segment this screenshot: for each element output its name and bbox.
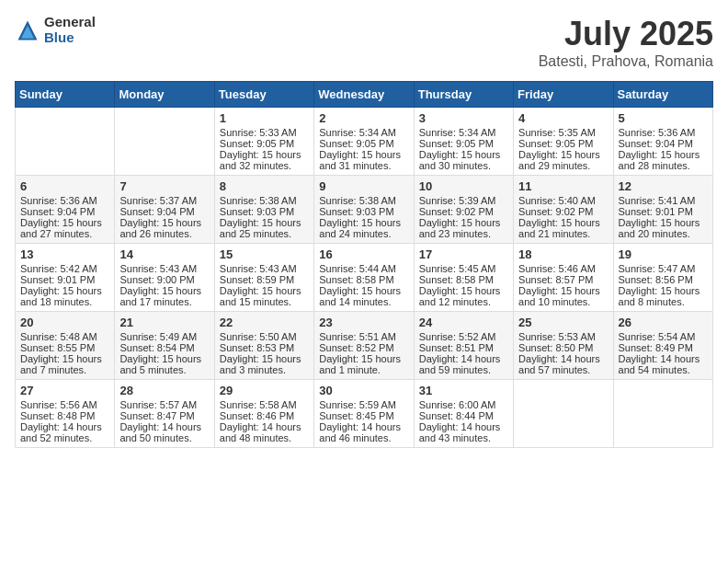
sunset-text: Sunset: 9:05 PM: [220, 138, 294, 149]
sunrise-text: Sunrise: 5:43 AM: [119, 263, 197, 274]
sunrise-text: Sunrise: 5:38 AM: [220, 195, 297, 206]
daylight-text: Daylight: 15 hours and 1 minute.: [319, 353, 401, 375]
sunrise-text: Sunrise: 5:33 AM: [220, 127, 297, 138]
day-number: 19: [619, 247, 708, 261]
daylight-text: Daylight: 15 hours and 32 minutes.: [220, 149, 301, 171]
table-row: 21 Sunrise: 5:49 AM Sunset: 8:54 PM Dayl…: [115, 312, 214, 380]
day-number: 24: [419, 316, 508, 329]
table-row: 30 Sunrise: 5:59 AM Sunset: 8:45 PM Dayl…: [314, 380, 414, 448]
sunrise-text: Sunrise: 5:40 AM: [518, 195, 596, 206]
daylight-text: Daylight: 15 hours and 31 minutes.: [319, 149, 401, 171]
table-row: 18 Sunrise: 5:46 AM Sunset: 8:57 PM Dayl…: [514, 244, 613, 312]
sunrise-text: Sunrise: 6:00 AM: [419, 399, 496, 410]
daylight-text: Daylight: 15 hours and 14 minutes.: [319, 285, 401, 307]
table-row: 13 Sunrise: 5:42 AM Sunset: 9:01 PM Dayl…: [16, 244, 115, 312]
day-number: 25: [518, 316, 608, 329]
day-number: 13: [20, 247, 109, 261]
day-number: 10: [419, 179, 508, 193]
table-row: 3 Sunrise: 5:34 AM Sunset: 9:05 PM Dayli…: [414, 108, 513, 176]
daylight-text: Daylight: 15 hours and 28 minutes.: [619, 149, 700, 171]
daylight-text: Daylight: 15 hours and 23 minutes.: [419, 217, 501, 239]
day-number: 7: [119, 179, 209, 193]
day-number: 14: [119, 247, 209, 261]
sunrise-text: Sunrise: 5:34 AM: [319, 127, 396, 138]
sunrise-text: Sunrise: 5:34 AM: [419, 127, 496, 138]
header-wednesday: Wednesday: [314, 82, 414, 108]
table-row: 6 Sunrise: 5:36 AM Sunset: 9:04 PM Dayli…: [16, 176, 115, 244]
day-number: 5: [619, 111, 708, 125]
daylight-text: Daylight: 14 hours and 50 minutes.: [119, 421, 201, 443]
table-row: 26 Sunrise: 5:54 AM Sunset: 8:49 PM Dayl…: [613, 312, 712, 380]
sunset-text: Sunset: 8:53 PM: [220, 342, 294, 353]
sunset-text: Sunset: 8:49 PM: [619, 342, 693, 353]
table-row: [613, 380, 712, 448]
sunset-text: Sunset: 9:04 PM: [619, 138, 693, 149]
day-number: 28: [119, 384, 209, 397]
sunset-text: Sunset: 9:02 PM: [518, 206, 593, 217]
header-sunday: Sunday: [16, 82, 115, 108]
daylight-text: Daylight: 15 hours and 15 minutes.: [220, 285, 301, 307]
day-number: 6: [20, 179, 109, 193]
table-row: 29 Sunrise: 5:58 AM Sunset: 8:46 PM Dayl…: [214, 380, 313, 448]
table-row: 31 Sunrise: 6:00 AM Sunset: 8:44 PM Dayl…: [414, 380, 513, 448]
table-row: 1 Sunrise: 5:33 AM Sunset: 9:05 PM Dayli…: [214, 108, 313, 176]
header-monday: Monday: [115, 82, 214, 108]
day-number: 12: [619, 179, 708, 193]
table-row: 4 Sunrise: 5:35 AM Sunset: 9:05 PM Dayli…: [514, 108, 613, 176]
sunset-text: Sunset: 9:03 PM: [319, 206, 393, 217]
daylight-text: Daylight: 14 hours and 43 minutes.: [419, 421, 501, 443]
day-number: 31: [419, 384, 508, 397]
sunrise-text: Sunrise: 5:52 AM: [419, 331, 496, 342]
daylight-text: Daylight: 14 hours and 54 minutes.: [619, 353, 700, 375]
daylight-text: Daylight: 15 hours and 20 minutes.: [619, 217, 700, 239]
sunset-text: Sunset: 8:58 PM: [419, 274, 494, 285]
sunset-text: Sunset: 8:47 PM: [119, 410, 194, 421]
sunrise-text: Sunrise: 5:36 AM: [20, 195, 97, 206]
sunrise-text: Sunrise: 5:47 AM: [619, 263, 696, 274]
table-row: 16 Sunrise: 5:44 AM Sunset: 8:58 PM Dayl…: [314, 244, 414, 312]
daylight-text: Daylight: 15 hours and 29 minutes.: [518, 149, 600, 171]
sunrise-text: Sunrise: 5:50 AM: [220, 331, 297, 342]
logo-text: General Blue: [44, 15, 96, 45]
table-row: [514, 380, 613, 448]
table-row: 27 Sunrise: 5:56 AM Sunset: 8:48 PM Dayl…: [16, 380, 115, 448]
day-number: 9: [319, 179, 408, 193]
table-row: 10 Sunrise: 5:39 AM Sunset: 9:02 PM Dayl…: [414, 176, 513, 244]
table-row: 25 Sunrise: 5:53 AM Sunset: 8:50 PM Dayl…: [514, 312, 613, 380]
sunset-text: Sunset: 9:03 PM: [220, 206, 294, 217]
table-row: 11 Sunrise: 5:40 AM Sunset: 9:02 PM Dayl…: [514, 176, 613, 244]
sunset-text: Sunset: 8:56 PM: [619, 274, 693, 285]
table-row: 17 Sunrise: 5:45 AM Sunset: 8:58 PM Dayl…: [414, 244, 513, 312]
calendar-week-row: 20 Sunrise: 5:48 AM Sunset: 8:55 PM Dayl…: [16, 312, 713, 380]
daylight-text: Daylight: 15 hours and 24 minutes.: [319, 217, 401, 239]
day-number: 21: [119, 316, 209, 329]
day-number: 18: [518, 247, 608, 261]
calendar-table: Sunday Monday Tuesday Wednesday Thursday…: [15, 81, 713, 448]
sunrise-text: Sunrise: 5:49 AM: [119, 331, 197, 342]
calendar-week-row: 1 Sunrise: 5:33 AM Sunset: 9:05 PM Dayli…: [16, 108, 713, 176]
table-row: [115, 108, 214, 176]
day-number: 29: [220, 384, 309, 397]
daylight-text: Daylight: 15 hours and 26 minutes.: [119, 217, 201, 239]
sunset-text: Sunset: 9:01 PM: [20, 274, 95, 285]
sunset-text: Sunset: 8:58 PM: [319, 274, 393, 285]
logo: General Blue: [15, 15, 96, 45]
sunrise-text: Sunrise: 5:48 AM: [20, 331, 97, 342]
daylight-text: Daylight: 15 hours and 10 minutes.: [518, 285, 600, 307]
table-row: [16, 108, 115, 176]
daylight-text: Daylight: 15 hours and 5 minutes.: [119, 353, 201, 375]
day-number: 26: [619, 316, 708, 329]
daylight-text: Daylight: 15 hours and 27 minutes.: [20, 217, 102, 239]
sunrise-text: Sunrise: 5:53 AM: [518, 331, 596, 342]
sunset-text: Sunset: 8:46 PM: [220, 410, 294, 421]
table-row: 24 Sunrise: 5:52 AM Sunset: 8:51 PM Dayl…: [414, 312, 513, 380]
calendar-week-row: 27 Sunrise: 5:56 AM Sunset: 8:48 PM Dayl…: [16, 380, 713, 448]
table-row: 14 Sunrise: 5:43 AM Sunset: 9:00 PM Dayl…: [115, 244, 214, 312]
table-row: 19 Sunrise: 5:47 AM Sunset: 8:56 PM Dayl…: [613, 244, 712, 312]
sunset-text: Sunset: 8:50 PM: [518, 342, 593, 353]
sunrise-text: Sunrise: 5:43 AM: [220, 263, 297, 274]
logo-general: General: [44, 15, 96, 30]
day-number: 8: [220, 179, 309, 193]
daylight-text: Daylight: 15 hours and 21 minutes.: [518, 217, 600, 239]
sunrise-text: Sunrise: 5:46 AM: [518, 263, 596, 274]
